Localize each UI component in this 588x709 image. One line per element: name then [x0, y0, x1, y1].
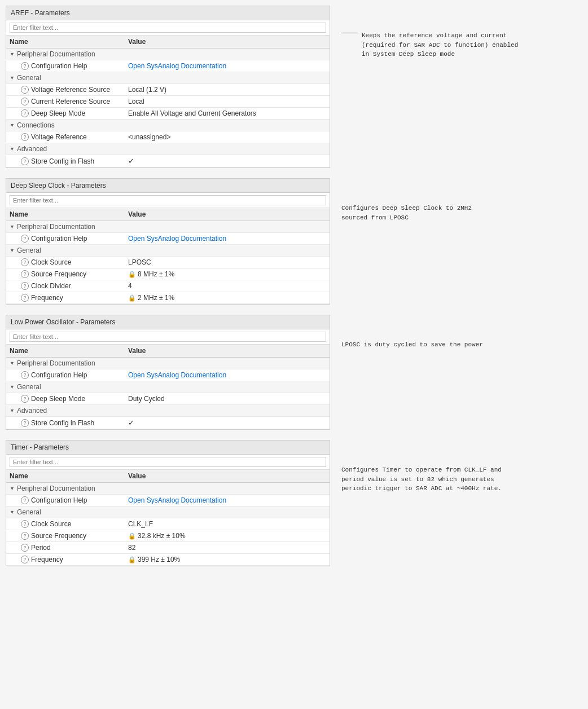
panel-timer: Timer - ParametersNameValue▼Peripheral D… — [6, 440, 330, 566]
doc-link[interactable]: Open SysAnalog Documentation — [128, 496, 226, 504]
help-icon[interactable]: ? — [21, 544, 29, 552]
help-icon[interactable]: ? — [21, 258, 29, 266]
table-row: ?Deep Sleep ModeDuty Cycled — [6, 393, 330, 405]
param-value: ✓ — [125, 155, 330, 168]
doc-link[interactable]: Open SysAnalog Documentation — [128, 62, 226, 70]
param-value: Local — [125, 96, 330, 108]
help-icon[interactable]: ? — [21, 157, 29, 165]
help-icon[interactable]: ? — [21, 294, 29, 302]
help-icon[interactable]: ? — [21, 371, 29, 379]
collapse-triangle-icon[interactable]: ▼ — [10, 146, 15, 152]
panel-row-timer: Timer - ParametersNameValue▼Peripheral D… — [6, 440, 582, 566]
param-name-label: Configuration Help — [31, 62, 87, 70]
param-value: Open SysAnalog Documentation — [125, 369, 330, 381]
table-row: ?Frequency🔒2 MHz ± 1% — [6, 292, 330, 304]
collapse-triangle-icon[interactable]: ▼ — [10, 248, 15, 253]
param-value: 4 — [125, 280, 330, 292]
table-row: ?Configuration HelpOpen SysAnalog Docume… — [6, 233, 330, 245]
checkbox-checked[interactable]: ✓ — [128, 157, 134, 165]
collapse-triangle-icon[interactable]: ▼ — [10, 75, 15, 81]
help-icon[interactable]: ? — [21, 282, 29, 290]
param-name-label: Source Frequency — [31, 270, 86, 278]
col-header-0: Name — [6, 470, 125, 483]
params-table-timer: NameValue▼Peripheral Documentation?Confi… — [6, 470, 330, 566]
collapse-triangle-icon[interactable]: ▼ — [10, 122, 15, 128]
annotation-text: Configures Deep Sleep Clock to 2MHz sour… — [341, 201, 472, 222]
collapse-triangle-icon[interactable]: ▼ — [10, 224, 15, 230]
collapse-triangle-icon[interactable]: ▼ — [10, 509, 15, 515]
collapse-triangle-icon[interactable]: ▼ — [10, 51, 15, 57]
col-header-0: Name — [6, 345, 125, 358]
collapse-triangle-icon[interactable]: ▼ — [10, 384, 15, 390]
param-value: Open SysAnalog Documentation — [125, 60, 330, 72]
annotation-text: Configures Timer to operate from CLK_LF … — [341, 463, 502, 494]
help-icon[interactable]: ? — [21, 98, 29, 105]
filter-input-timer[interactable] — [10, 457, 326, 467]
param-name-label: Period — [31, 544, 51, 552]
col-header-0: Name — [6, 36, 125, 49]
help-icon[interactable]: ? — [21, 395, 29, 403]
help-icon[interactable]: ? — [21, 496, 29, 504]
col-header-0: Name — [6, 208, 125, 221]
panel-title-timer: Timer - Parameters — [6, 441, 330, 455]
lock-icon: 🔒 — [128, 294, 136, 301]
param-name-label: Configuration Help — [31, 371, 87, 379]
table-row: ?Frequency🔒399 Hz ± 10% — [6, 554, 330, 566]
section-label-timer-1: ▼General — [6, 507, 330, 518]
param-name-label: Store Config in Flash — [31, 419, 94, 427]
help-icon[interactable]: ? — [21, 556, 29, 563]
panel-row-deep-sleep-clock: Deep Sleep Clock - ParametersNameValue▼P… — [6, 178, 582, 305]
help-icon[interactable]: ? — [21, 86, 29, 94]
param-value: 🔒32.8 kHz ± 10% — [125, 530, 330, 542]
param-value: ✓ — [125, 417, 330, 429]
panel-title-aref: AREF - Parameters — [6, 6, 330, 20]
help-icon[interactable]: ? — [21, 62, 29, 70]
collapse-triangle-icon[interactable]: ▼ — [10, 360, 15, 366]
filter-input-aref[interactable] — [10, 23, 326, 33]
collapse-triangle-icon[interactable]: ▼ — [10, 486, 15, 491]
annotation-text: LPOSC is duty cycled to save the power — [341, 337, 483, 350]
filter-input-deep-sleep-clock[interactable] — [10, 195, 326, 205]
param-name-label: Store Config in Flash — [31, 157, 94, 165]
params-table-low-power-oscillator: NameValue▼Peripheral Documentation?Confi… — [6, 345, 330, 429]
filter-input-low-power-oscillator[interactable] — [10, 332, 326, 342]
help-icon[interactable]: ? — [21, 133, 29, 141]
help-icon[interactable]: ? — [21, 520, 29, 528]
table-row: ?Voltage Reference SourceLocal (1.2 V) — [6, 84, 330, 96]
help-icon[interactable]: ? — [21, 532, 29, 540]
help-icon[interactable]: ? — [21, 235, 29, 243]
panel-title-low-power-oscillator: Low Power Oscillator - Parameters — [6, 315, 330, 329]
section-label-low-power-oscillator-1: ▼General — [6, 381, 330, 393]
section-label-aref-3: ▼Advanced — [6, 143, 330, 155]
doc-link[interactable]: Open SysAnalog Documentation — [128, 371, 226, 379]
param-name-label: Source Frequency — [31, 532, 86, 540]
table-row: ?Source Frequency🔒32.8 kHz ± 10% — [6, 530, 330, 542]
table-row: ?Configuration HelpOpen SysAnalog Docume… — [6, 369, 330, 381]
annotation-timer: Configures Timer to operate from CLK_LF … — [341, 440, 502, 494]
col-header-1: Value — [125, 470, 330, 483]
section-label-aref-1: ▼General — [6, 72, 330, 84]
col-header-1: Value — [125, 208, 330, 221]
collapse-triangle-icon[interactable]: ▼ — [10, 408, 15, 413]
help-icon[interactable]: ? — [21, 419, 29, 427]
section-label-low-power-oscillator-2: ▼Advanced — [6, 405, 330, 417]
section-label-deep-sleep-clock-1: ▼General — [6, 245, 330, 257]
param-name-label: Frequency — [31, 556, 63, 563]
param-value: 🔒2 MHz ± 1% — [125, 292, 330, 304]
lock-icon: 🔒 — [128, 271, 136, 278]
param-name-label: Deep Sleep Mode — [31, 109, 85, 117]
help-icon[interactable]: ? — [21, 270, 29, 278]
doc-link[interactable]: Open SysAnalog Documentation — [128, 235, 226, 243]
param-name-label: Configuration Help — [31, 496, 87, 504]
param-value: Open SysAnalog Documentation — [125, 233, 330, 245]
table-row: ?Clock SourceLPOSC — [6, 257, 330, 268]
annotation-aref: Keeps the reference voltage and current … — [341, 6, 518, 59]
param-name-label: Configuration Help — [31, 235, 87, 243]
table-row: ?Period82 — [6, 542, 330, 554]
main-container: AREF - ParametersNameValue▼Peripheral Do… — [6, 6, 582, 566]
checkbox-checked[interactable]: ✓ — [128, 419, 134, 427]
param-value: Open SysAnalog Documentation — [125, 495, 330, 507]
help-icon[interactable]: ? — [21, 109, 29, 117]
param-value: 🔒8 MHz ± 1% — [125, 268, 330, 280]
table-row: ?Clock Divider4 — [6, 280, 330, 292]
